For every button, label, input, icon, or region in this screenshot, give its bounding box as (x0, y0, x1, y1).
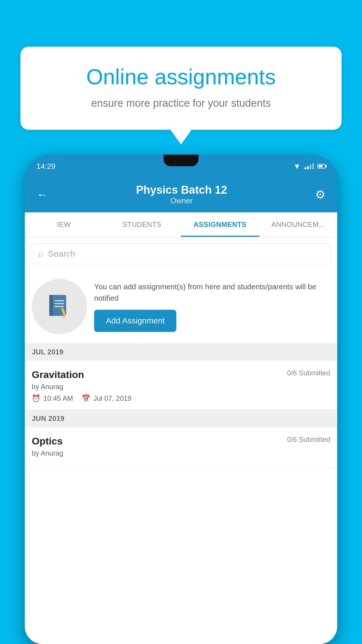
header-title: Physics Batch 12 (136, 184, 227, 196)
assignment-time: ⏰ 10:45 AM (32, 394, 73, 402)
tab-announcements[interactable]: ANNOUNCEM... (259, 212, 337, 237)
phone-notch (164, 155, 198, 166)
notebook-icon (45, 292, 74, 321)
wifi-icon: ▼ (293, 162, 301, 171)
assignment-author: by Anurag (32, 383, 330, 391)
assignment-info: You can add assignment(s) from here and … (94, 281, 330, 332)
section-header-jul: JUL 2019 (25, 343, 337, 361)
assignment-item-optics[interactable]: Optics 0/6 Submitted by Anurag (25, 427, 337, 468)
header-title-block: Physics Batch 12 Owner (136, 184, 227, 205)
assignment-icon-circle (32, 279, 87, 334)
phone-frame: 14:29 ▼ ← Physics Batch 12 Owner ⚙ (25, 155, 337, 644)
app-header: ← Physics Batch 12 Owner ⚙ (25, 178, 337, 212)
svg-rect-4 (54, 306, 64, 307)
back-button[interactable]: ← (36, 188, 48, 201)
assignment-author-optics: by Anurag (32, 449, 330, 457)
tab-students[interactable]: STUDENTS (103, 212, 181, 237)
speech-bubble-container: Online assignments ensure more practice … (20, 47, 342, 130)
status-time: 14:29 (36, 162, 55, 171)
search-bar[interactable]: ⌕ Search (31, 243, 331, 264)
search-icon: ⌕ (38, 249, 43, 259)
assignment-submitted-optics: 0/6 Submitted (287, 435, 330, 444)
assignment-time-value: 10:45 AM (43, 394, 73, 402)
speech-bubble-title: Online assignments (41, 64, 321, 90)
search-placeholder: Search (48, 249, 75, 259)
add-assignment-section: You can add assignment(s) from here and … (25, 270, 337, 343)
clock-icon: ⏰ (32, 394, 41, 402)
tab-assignments[interactable]: ASSIGNMENTS (181, 212, 259, 237)
svg-rect-1 (49, 295, 53, 316)
settings-button[interactable]: ⚙ (315, 188, 326, 201)
tabs-bar: IEW STUDENTS ASSIGNMENTS ANNOUNCEM... (25, 212, 337, 237)
signal-bars-icon (304, 163, 314, 169)
speech-bubble-subtitle: ensure more practice for your students (41, 97, 321, 109)
tab-iew[interactable]: IEW (25, 212, 103, 237)
speech-bubble: Online assignments ensure more practice … (20, 47, 342, 130)
svg-rect-3 (54, 303, 64, 304)
assignment-submitted: 0/6 Submitted (287, 369, 330, 377)
header-subtitle: Owner (136, 196, 227, 205)
assignment-name-optics: Optics (32, 435, 63, 447)
status-icons: ▼ (293, 162, 326, 171)
assignment-date: 📅 Jul 07, 2019 (82, 394, 131, 402)
section-header-jun: JUN 2019 (25, 410, 337, 427)
phone-content: ⌕ Search Y (25, 237, 337, 644)
assignment-item-top-optics: Optics 0/6 Submitted (32, 435, 330, 447)
assignment-item-top: Gravitation 0/6 Submitted (32, 369, 330, 380)
assignment-date-value: Jul 07, 2019 (93, 394, 131, 402)
assignment-meta: ⏰ 10:45 AM 📅 Jul 07, 2019 (32, 394, 330, 402)
assignment-name: Gravitation (32, 369, 84, 380)
assignment-item-gravitation[interactable]: Gravitation 0/6 Submitted by Anurag ⏰ 10… (25, 361, 337, 410)
assignment-info-text: You can add assignment(s) from here and … (94, 281, 330, 304)
status-bar: 14:29 ▼ (25, 155, 337, 178)
calendar-icon: 📅 (82, 394, 90, 402)
add-assignment-button[interactable]: Add Assignment (94, 310, 176, 332)
battery-icon (317, 164, 326, 169)
svg-rect-2 (54, 300, 64, 301)
